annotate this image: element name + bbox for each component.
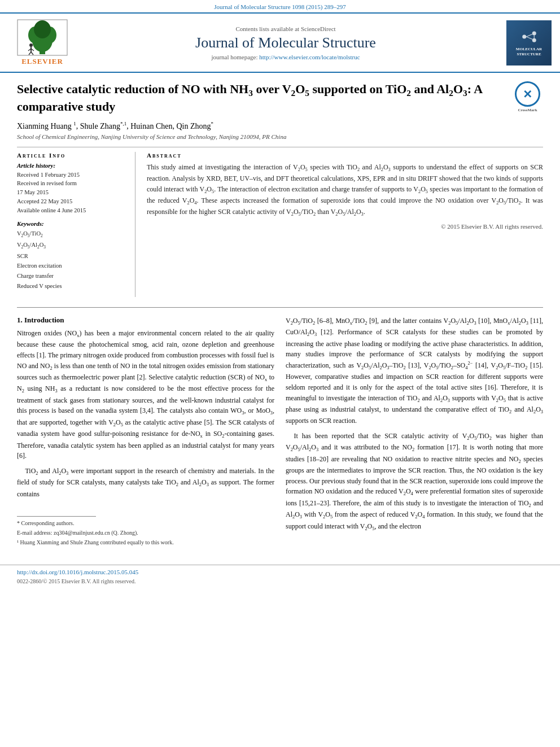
journal-reference-bar: Journal of Molecular Structure 1098 (201…	[0, 0, 560, 14]
accepted-date: Accepted 22 May 2015	[17, 197, 128, 206]
keyword-5: Charge transfer	[17, 271, 128, 281]
history-heading: Article history:	[17, 162, 128, 169]
authors-line: Xianming Huang 1, Shule Zhang*,1, Huinan…	[17, 121, 543, 131]
footnote-email: E-mail address: zq304@mailnjust.edu.cn (…	[17, 528, 274, 537]
svg-point-5	[29, 43, 33, 47]
abstract-text: This study aimed at investigating the in…	[147, 162, 543, 219]
mol-logo-text: MOLECULARSTRUCTURE	[516, 47, 542, 57]
elsevier-wordmark: ELSEVIER	[21, 57, 63, 66]
svg-point-13	[532, 31, 536, 35]
mol-logo-box: MOLECULARSTRUCTURE	[506, 20, 552, 65]
article-title: Selective catalytic reduction of NO with…	[17, 81, 543, 115]
journal-header: ELSEVIER Contents lists available at Sci…	[0, 14, 560, 73]
keywords-heading: Keywords:	[17, 220, 128, 227]
journal-homepage: journal homepage: http://www.elsevier.co…	[76, 54, 495, 60]
online-date: Available online 4 June 2015	[17, 206, 128, 215]
footnote-contrib: ¹ Huang Xianming and Shule Zhang contrib…	[17, 538, 274, 547]
sciencedirect-label: Contents lists available at ScienceDirec…	[235, 25, 335, 32]
affiliation: School of Chemical Engineering, Nanjing …	[17, 133, 543, 140]
journal-center: Contents lists available at ScienceDirec…	[76, 25, 495, 60]
footnote-corresponding: * Corresponding authors.	[17, 519, 274, 527]
journal-reference-text: Journal of Molecular Structure 1098 (201…	[214, 3, 345, 10]
article-history: Article history: Received 1 February 201…	[17, 162, 128, 215]
homepage-url[interactable]: http://www.elsevier.com/locate/molstruc	[259, 54, 360, 60]
crossmark-label: CrossMark	[512, 108, 543, 113]
keyword-2: V2O5/Al2O3	[17, 240, 128, 251]
keywords-section: Keywords: V2O5/TiO2 V2O5/Al2O3 SCR Elect…	[17, 220, 128, 291]
body-left-col: 1. Introduction Nitrogen oxides (NOx) ha…	[17, 316, 274, 548]
svg-point-14	[532, 38, 536, 42]
body-divider	[17, 307, 543, 308]
svg-point-12	[522, 34, 526, 38]
svg-line-9	[29, 52, 31, 55]
article-info-panel: Article Info Article history: Received 1…	[17, 152, 135, 297]
received-date: Received 1 February 2015	[17, 171, 128, 180]
elsevier-logo: ELSEVIER	[8, 19, 76, 66]
keyword-3: SCR	[17, 251, 128, 261]
intro-body-left: Nitrogen oxides (NOx) has been a major e…	[17, 328, 274, 499]
svg-line-15	[526, 34, 532, 37]
keyword-1: V2O5/TiO2	[17, 229, 128, 240]
doi-link[interactable]: http://dx.doi.org/10.1016/j.molstruc.201…	[17, 569, 543, 575]
intro-heading: 1. Introduction	[17, 316, 274, 325]
crossmark-badge[interactable]: ✕ CrossMark	[512, 81, 543, 113]
intro-body-right: V2O5/TiO2 [6–8], MnOx/TiO2 [9], and the …	[286, 316, 543, 532]
body-right-col: V2O5/TiO2 [6–8], MnOx/TiO2 [9], and the …	[286, 316, 543, 548]
copyright-text: © 2015 Elsevier B.V. All rights reserved…	[147, 223, 543, 230]
crossmark-icon: ✕	[523, 87, 532, 102]
article-body: Selective catalytic reduction of NO with…	[0, 73, 560, 559]
keyword-4: Electron excitation	[17, 261, 128, 271]
footnotes: * Corresponding authors. E-mail address:…	[17, 519, 274, 547]
sciencedirect-link[interactable]: Contents lists available at ScienceDirec…	[76, 25, 495, 32]
revised-date: Received in revised form17 May 2015	[17, 179, 128, 197]
abstract-panel: Abstract This study aimed at investigati…	[147, 152, 543, 297]
svg-line-10	[31, 52, 33, 55]
molecular-logo: MOLECULARSTRUCTURE	[495, 20, 552, 65]
body-columns: 1. Introduction Nitrogen oxides (NOx) ha…	[17, 316, 543, 548]
molecule-icon	[519, 28, 539, 45]
abstract-heading: Abstract	[147, 152, 543, 159]
keywords-list: V2O5/TiO2 V2O5/Al2O3 SCR Electron excita…	[17, 229, 128, 291]
homepage-label: journal homepage:	[211, 54, 257, 60]
svg-point-4	[34, 20, 51, 38]
article-info-abstract-row: Article Info Article history: Received 1…	[17, 147, 543, 297]
keyword-6: Reduced V species	[17, 281, 128, 291]
elsevier-tree-icon	[17, 19, 68, 56]
issn-text: 0022-2860/© 2015 Elsevier B.V. All right…	[17, 578, 135, 584]
svg-line-16	[526, 37, 532, 39]
journal-title: Journal of Molecular Structure	[76, 34, 495, 51]
article-info-heading: Article Info	[17, 152, 128, 159]
footnote-divider	[17, 516, 96, 517]
bottom-bar: http://dx.doi.org/10.1016/j.molstruc.201…	[0, 565, 560, 589]
